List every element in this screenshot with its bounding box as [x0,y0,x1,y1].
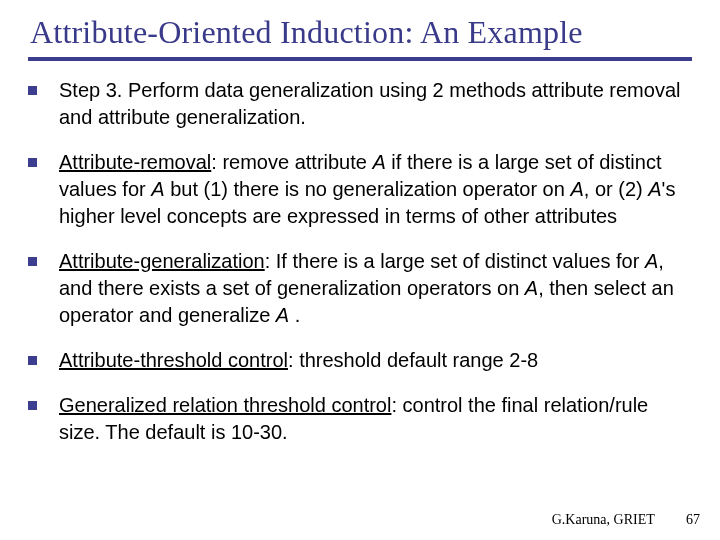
t: , or (2) [584,178,648,200]
t: . [289,304,300,326]
slide-title: Attribute-Oriented Induction: An Example [0,0,720,51]
t: : remove attribute [211,151,372,173]
bullet-text-plain: : threshold default range 2-8 [288,349,538,371]
var-a: A [570,178,583,200]
square-bullet-icon [28,257,37,266]
square-bullet-icon [28,86,37,95]
bullet-item: Attribute-generalization: If there is a … [28,248,692,329]
bullet-item: Attribute-removal: remove attribute A if… [28,149,692,230]
bullet-heading: Attribute-generalization [59,250,265,272]
t: : If there is a large set of distinct va… [265,250,645,272]
t: but (1) there is no generalization opera… [165,178,571,200]
bullet-text: Attribute-threshold control: threshold d… [59,347,692,374]
square-bullet-icon [28,158,37,167]
var-a: A [645,250,658,272]
bullet-text: Step 3. Perform data generalization usin… [59,77,692,131]
page-number: 67 [686,512,700,528]
bullet-heading: Attribute-threshold control [59,349,288,371]
slide-footer: G.Karuna, GRIET 67 [552,512,700,528]
bullet-text: Attribute-generalization: If there is a … [59,248,692,329]
content-area: Step 3. Perform data generalization usin… [0,61,720,446]
slide: Attribute-Oriented Induction: An Example… [0,0,720,540]
footer-author: G.Karuna, GRIET [552,512,655,527]
bullet-item: Generalized relation threshold control: … [28,392,692,446]
bullet-item: Attribute-threshold control: threshold d… [28,347,692,374]
var-a: A [151,178,164,200]
var-a: A [276,304,289,326]
bullet-heading: Attribute-removal [59,151,211,173]
bullet-heading: Generalized relation threshold control [59,394,391,416]
var-a: A [372,151,385,173]
bullet-text: Attribute-removal: remove attribute A if… [59,149,692,230]
square-bullet-icon [28,401,37,410]
bullet-text: Generalized relation threshold control: … [59,392,692,446]
var-a: A [525,277,538,299]
square-bullet-icon [28,356,37,365]
var-a: A [648,178,661,200]
bullet-text-plain: Step 3. Perform data generalization usin… [59,79,680,128]
bullet-item: Step 3. Perform data generalization usin… [28,77,692,131]
